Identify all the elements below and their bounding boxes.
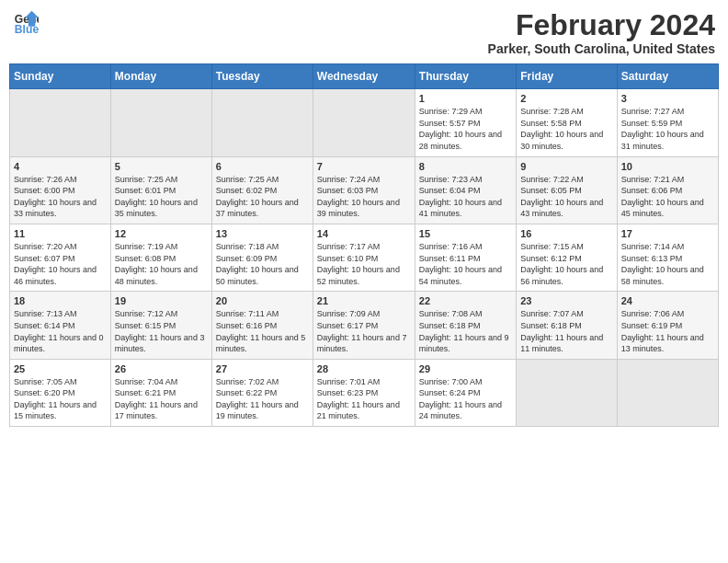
day-info: Sunrise: 7:18 AMSunset: 6:09 PMDaylight:…	[216, 241, 309, 287]
calendar-cell: 21Sunrise: 7:09 AMSunset: 6:17 PMDayligh…	[313, 292, 415, 359]
calendar-cell	[110, 89, 211, 156]
calendar-cell: 13Sunrise: 7:18 AMSunset: 6:09 PMDayligh…	[211, 224, 313, 291]
day-number: 28	[317, 363, 411, 374]
day-number: 9	[520, 161, 612, 172]
calendar-cell: 17Sunrise: 7:14 AMSunset: 6:13 PMDayligh…	[617, 224, 718, 291]
day-number: 21	[317, 295, 411, 306]
day-info: Sunrise: 7:27 AMSunset: 5:59 PMDaylight:…	[621, 106, 714, 152]
day-info: Sunrise: 7:05 AMSunset: 6:20 PMDaylight:…	[14, 376, 107, 422]
calendar-cell: 18Sunrise: 7:13 AMSunset: 6:14 PMDayligh…	[10, 292, 111, 359]
calendar-cell: 15Sunrise: 7:16 AMSunset: 6:11 PMDayligh…	[415, 224, 516, 291]
calendar-cell: 5Sunrise: 7:25 AMSunset: 6:01 PMDaylight…	[110, 156, 211, 224]
calendar-cell	[10, 89, 111, 156]
title-area: February 2024 Parker, South Carolina, Un…	[488, 9, 715, 56]
day-number: 27	[216, 363, 309, 374]
day-info: Sunrise: 7:08 AMSunset: 6:18 PMDaylight:…	[419, 308, 512, 354]
day-info: Sunrise: 7:20 AMSunset: 6:07 PMDaylight:…	[14, 241, 107, 287]
day-info: Sunrise: 7:24 AMSunset: 6:03 PMDaylight:…	[317, 174, 411, 220]
day-info: Sunrise: 7:12 AMSunset: 6:15 PMDaylight:…	[115, 308, 208, 354]
day-info: Sunrise: 7:04 AMSunset: 6:21 PMDaylight:…	[115, 376, 208, 422]
day-number: 20	[216, 295, 309, 306]
logo: General Blue	[13, 9, 39, 35]
calendar-table: SundayMondayTuesdayWednesdayThursdayFrid…	[9, 63, 719, 427]
day-number: 17	[621, 228, 714, 239]
calendar-cell	[517, 359, 617, 426]
day-number: 11	[14, 228, 107, 239]
day-info: Sunrise: 7:06 AMSunset: 6:19 PMDaylight:…	[621, 308, 714, 354]
day-number: 5	[115, 161, 208, 172]
day-number: 13	[216, 228, 309, 239]
day-info: Sunrise: 7:22 AMSunset: 6:05 PMDaylight:…	[520, 174, 612, 220]
calendar-cell: 20Sunrise: 7:11 AMSunset: 6:16 PMDayligh…	[211, 292, 313, 359]
calendar-week-row: 11Sunrise: 7:20 AMSunset: 6:07 PMDayligh…	[10, 224, 719, 291]
day-number: 26	[115, 363, 208, 374]
weekday-header-wednesday: Wednesday	[313, 64, 415, 89]
calendar-cell: 3Sunrise: 7:27 AMSunset: 5:59 PMDaylight…	[617, 89, 718, 156]
day-info: Sunrise: 7:09 AMSunset: 6:17 PMDaylight:…	[317, 308, 411, 354]
calendar-cell: 23Sunrise: 7:07 AMSunset: 6:18 PMDayligh…	[517, 292, 617, 359]
day-number: 8	[419, 161, 512, 172]
calendar-cell: 10Sunrise: 7:21 AMSunset: 6:06 PMDayligh…	[617, 156, 718, 224]
day-info: Sunrise: 7:26 AMSunset: 6:00 PMDaylight:…	[14, 174, 107, 220]
day-info: Sunrise: 7:00 AMSunset: 6:24 PMDaylight:…	[419, 376, 512, 422]
calendar-cell: 14Sunrise: 7:17 AMSunset: 6:10 PMDayligh…	[313, 224, 415, 291]
day-number: 7	[317, 161, 411, 172]
day-info: Sunrise: 7:23 AMSunset: 6:04 PMDaylight:…	[419, 174, 512, 220]
day-info: Sunrise: 7:14 AMSunset: 6:13 PMDaylight:…	[621, 241, 714, 287]
weekday-header-thursday: Thursday	[415, 64, 516, 89]
calendar-cell: 11Sunrise: 7:20 AMSunset: 6:07 PMDayligh…	[10, 224, 111, 291]
day-number: 15	[419, 228, 512, 239]
page-subtitle: Parker, South Carolina, United States	[488, 41, 715, 56]
day-number: 18	[14, 295, 107, 306]
calendar-cell: 16Sunrise: 7:15 AMSunset: 6:12 PMDayligh…	[517, 224, 617, 291]
calendar-cell	[617, 359, 718, 426]
day-info: Sunrise: 7:16 AMSunset: 6:11 PMDaylight:…	[419, 241, 512, 287]
day-info: Sunrise: 7:19 AMSunset: 6:08 PMDaylight:…	[115, 241, 208, 287]
logo-icon: General Blue	[13, 9, 39, 35]
day-number: 29	[419, 363, 512, 374]
day-number: 24	[621, 295, 714, 306]
calendar-week-row: 4Sunrise: 7:26 AMSunset: 6:00 PMDaylight…	[10, 156, 719, 224]
calendar-cell: 19Sunrise: 7:12 AMSunset: 6:15 PMDayligh…	[110, 292, 211, 359]
day-number: 10	[621, 161, 714, 172]
calendar-cell: 6Sunrise: 7:25 AMSunset: 6:02 PMDaylight…	[211, 156, 313, 224]
calendar-cell: 29Sunrise: 7:00 AMSunset: 6:24 PMDayligh…	[415, 359, 516, 426]
calendar-week-row: 1Sunrise: 7:29 AMSunset: 5:57 PMDaylight…	[10, 89, 719, 156]
day-number: 2	[520, 93, 612, 104]
day-number: 16	[520, 228, 612, 239]
day-number: 1	[419, 93, 512, 104]
calendar-week-row: 25Sunrise: 7:05 AMSunset: 6:20 PMDayligh…	[10, 359, 719, 426]
day-number: 22	[419, 295, 512, 306]
day-number: 4	[14, 161, 107, 172]
calendar-cell: 25Sunrise: 7:05 AMSunset: 6:20 PMDayligh…	[10, 359, 111, 426]
day-info: Sunrise: 7:11 AMSunset: 6:16 PMDaylight:…	[216, 308, 309, 354]
calendar-cell: 4Sunrise: 7:26 AMSunset: 6:00 PMDaylight…	[10, 156, 111, 224]
day-info: Sunrise: 7:29 AMSunset: 5:57 PMDaylight:…	[419, 106, 512, 152]
weekday-header-sunday: Sunday	[10, 64, 111, 89]
calendar-cell: 2Sunrise: 7:28 AMSunset: 5:58 PMDaylight…	[517, 89, 617, 156]
weekday-header-friday: Friday	[517, 64, 617, 89]
weekday-header-monday: Monday	[110, 64, 211, 89]
day-info: Sunrise: 7:21 AMSunset: 6:06 PMDaylight:…	[621, 174, 714, 220]
day-info: Sunrise: 7:13 AMSunset: 6:14 PMDaylight:…	[14, 308, 107, 354]
day-number: 19	[115, 295, 208, 306]
calendar-cell: 22Sunrise: 7:08 AMSunset: 6:18 PMDayligh…	[415, 292, 516, 359]
header: General Blue February 2024 Parker, South…	[9, 9, 719, 56]
day-info: Sunrise: 7:25 AMSunset: 6:02 PMDaylight:…	[216, 174, 309, 220]
calendar-cell: 12Sunrise: 7:19 AMSunset: 6:08 PMDayligh…	[110, 224, 211, 291]
calendar-cell	[211, 89, 313, 156]
calendar-cell: 7Sunrise: 7:24 AMSunset: 6:03 PMDaylight…	[313, 156, 415, 224]
page-title: February 2024	[488, 9, 715, 41]
day-info: Sunrise: 7:25 AMSunset: 6:01 PMDaylight:…	[115, 174, 208, 220]
day-number: 6	[216, 161, 309, 172]
calendar-cell: 27Sunrise: 7:02 AMSunset: 6:22 PMDayligh…	[211, 359, 313, 426]
day-number: 25	[14, 363, 107, 374]
day-info: Sunrise: 7:07 AMSunset: 6:18 PMDaylight:…	[520, 308, 612, 354]
day-number: 14	[317, 228, 411, 239]
calendar-cell: 28Sunrise: 7:01 AMSunset: 6:23 PMDayligh…	[313, 359, 415, 426]
day-info: Sunrise: 7:02 AMSunset: 6:22 PMDaylight:…	[216, 376, 309, 422]
weekday-header-row: SundayMondayTuesdayWednesdayThursdayFrid…	[10, 64, 719, 89]
calendar-week-row: 18Sunrise: 7:13 AMSunset: 6:14 PMDayligh…	[10, 292, 719, 359]
day-number: 3	[621, 93, 714, 104]
day-info: Sunrise: 7:28 AMSunset: 5:58 PMDaylight:…	[520, 106, 612, 152]
